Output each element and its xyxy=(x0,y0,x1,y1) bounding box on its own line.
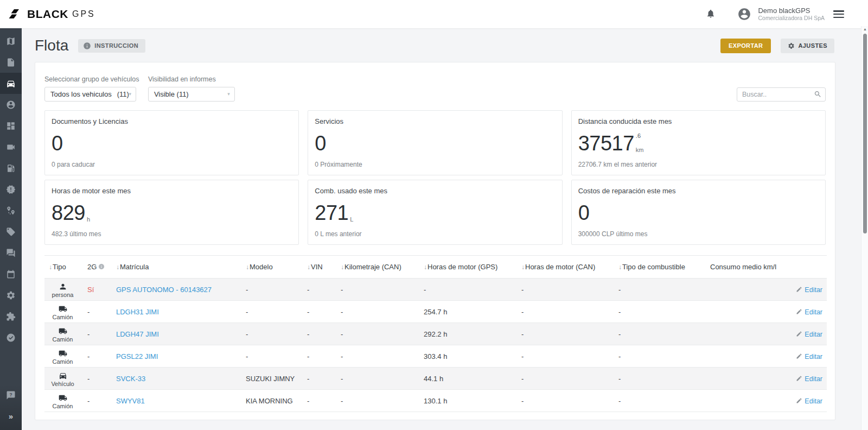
vehicle-plate-link[interactable]: GPS AUTONOMO - 60143627 xyxy=(116,286,212,294)
group-filter-label: Seleccionar grupo de vehículos xyxy=(44,75,139,83)
engine-hours-can-cell: - xyxy=(517,301,614,323)
stat-card: Costos de reparación este mes 0 300000 C… xyxy=(571,180,826,245)
column-header[interactable]: ↓Modelo xyxy=(241,256,303,279)
stat-card-subtitle: 22706.7 km el mes anterior xyxy=(578,161,819,169)
export-button[interactable]: EXPORTAR xyxy=(720,39,771,53)
column-header[interactable]: ↓Horas de motor (CAN) xyxy=(517,256,614,279)
sidebar-item[interactable] xyxy=(0,221,22,242)
sidebar-item[interactable] xyxy=(0,73,22,94)
user-avatar-icon[interactable] xyxy=(737,7,751,21)
svg-text:?: ? xyxy=(9,392,12,397)
sidebar-item[interactable] xyxy=(0,242,22,263)
sort-down-icon: ↓ xyxy=(521,263,525,271)
vehicle-plate-link[interactable]: LDGH47 JIMI xyxy=(116,330,159,338)
column-header[interactable]: ↓Kilometraje (CAN) xyxy=(336,256,419,279)
sidebar-item[interactable] xyxy=(0,327,22,348)
edit-link[interactable]: Editar xyxy=(805,397,822,405)
sidebar-expand-button[interactable]: » xyxy=(0,406,22,427)
map-icon xyxy=(6,36,16,46)
truck-icon xyxy=(58,349,68,358)
column-header[interactable]: ↓VIN xyxy=(303,256,336,279)
vehicle-plate-link[interactable]: SVCK-33 xyxy=(116,375,145,383)
engine-hours-can-cell: - xyxy=(517,345,614,368)
tag-icon xyxy=(6,227,16,237)
settings-button[interactable]: AJUSTES xyxy=(781,39,834,53)
g2-status: - xyxy=(87,397,90,405)
search-input[interactable] xyxy=(737,87,826,102)
sidebar-item[interactable] xyxy=(0,200,22,221)
stat-card-title: Comb. usado este mes xyxy=(315,187,555,195)
puzzle-icon xyxy=(6,312,16,321)
blackgps-logo-icon xyxy=(8,8,24,20)
engine-hours-gps-cell: 44.1 h xyxy=(419,368,517,390)
column-header[interactable]: ↓Consumo medio km/l xyxy=(706,256,776,279)
logo-text-gps: GPS xyxy=(72,9,95,19)
table-row[interactable]: Camión - LDGH47 JIMI - - - 292.2 h - - E… xyxy=(44,323,827,345)
table-row[interactable]: Vehículo - SVCK-33 SUZUKI JIMNY - - 44.1… xyxy=(44,368,827,390)
g2-status: - xyxy=(87,308,90,316)
pencil-icon xyxy=(796,331,802,337)
stat-cards: Documentos y Licencias 0 0 para caducar … xyxy=(44,110,826,245)
engine-hours-gps-cell: - xyxy=(419,279,517,301)
scrollbar-thumb[interactable] xyxy=(863,34,867,233)
odometer-cell: - xyxy=(336,390,419,412)
sidebar-item[interactable] xyxy=(0,115,22,136)
sidebar-item-help[interactable]: ? xyxy=(0,384,22,406)
sidebar-item[interactable] xyxy=(0,30,22,52)
table-row[interactable]: persona Sí GPS AUTONOMO - 60143627 - - -… xyxy=(44,279,827,301)
blackgps-logo[interactable]: BLACK GPS xyxy=(8,8,95,21)
vehicle-type-label: Camión xyxy=(44,336,81,343)
model-cell: - xyxy=(241,279,303,301)
column-header[interactable]: ↓Tipo de combustible xyxy=(614,256,706,279)
edit-link[interactable]: Editar xyxy=(805,308,822,316)
edit-link[interactable]: Editar xyxy=(805,375,822,383)
engine-hours-can-cell: - xyxy=(517,279,614,301)
sort-down-icon: ↓ xyxy=(246,263,249,271)
sidebar-item[interactable] xyxy=(0,306,22,327)
sidebar: NEW ? » xyxy=(0,28,22,430)
edit-link[interactable]: Editar xyxy=(805,353,822,361)
scroll-up-arrow-icon[interactable]: ▲ xyxy=(861,26,868,33)
help-bubble-icon: ? xyxy=(6,390,16,400)
table-row[interactable]: Camión - LDGH31 JIMI - - - 254.7 h - - E… xyxy=(44,301,827,323)
stat-card: Documentos y Licencias 0 0 para caducar xyxy=(44,110,299,175)
sort-down-icon: ↓ xyxy=(424,263,427,271)
edit-link[interactable]: Editar xyxy=(805,286,822,294)
visibility-dropdown[interactable]: Visible (11) ▾ xyxy=(148,87,235,102)
column-header[interactable]: ↓Matrícula xyxy=(112,256,241,279)
column-header[interactable]: ↓2G xyxy=(83,256,112,279)
stat-card-value: 0 xyxy=(52,132,63,154)
truck-icon xyxy=(58,394,68,402)
vehicle-plate-link[interactable]: PGSL22 JIMI xyxy=(116,352,158,361)
notifications-bell-icon[interactable] xyxy=(706,9,716,20)
vertical-scrollbar[interactable]: ▲ xyxy=(861,26,868,430)
sidebar-item[interactable] xyxy=(0,179,22,200)
pencil-icon xyxy=(796,375,802,382)
table-row[interactable]: Camión - SWYV81 KIA MORNING - - 130.1 h … xyxy=(44,390,827,412)
column-header[interactable]: ↓Tipo xyxy=(44,256,83,279)
column-header[interactable]: ↓Horas de motor (GPS) xyxy=(419,256,517,279)
instruction-button[interactable]: INSTRUCCION xyxy=(78,39,145,53)
odometer-cell: - xyxy=(336,345,419,368)
gear-icon xyxy=(788,42,795,49)
visibility-filter-label: Visibilidad en informes xyxy=(148,75,235,83)
vehicle-plate-link[interactable]: LDGH31 JIMI xyxy=(116,308,159,316)
route-icon xyxy=(6,206,16,216)
menu-icon[interactable] xyxy=(833,10,844,18)
sidebar-item[interactable] xyxy=(0,52,22,73)
user-menu[interactable]: Demo blackGPS Comercializadora DH SpA xyxy=(758,7,825,22)
vehicle-plate-link[interactable]: SWYV81 xyxy=(116,397,145,405)
sidebar-item[interactable] xyxy=(0,157,22,179)
table-row[interactable]: Camión - PGSL22 JIMI - - - 303.4 h - - E… xyxy=(44,345,827,368)
vehicle-group-dropdown[interactable]: Todos los vehiculos(11) ▾ xyxy=(44,87,136,102)
edit-link[interactable]: Editar xyxy=(805,331,822,338)
stat-card-unit: km xyxy=(636,147,644,153)
table-header-row: ↓Tipo ↓2G ↓Matrícula ↓Modelo ↓VIN ↓Kilom… xyxy=(44,256,827,279)
sidebar-item[interactable] xyxy=(0,284,22,306)
sidebar-item[interactable] xyxy=(0,94,22,115)
sort-down-icon: ↓ xyxy=(49,263,52,271)
odometer-cell: - xyxy=(336,279,419,301)
sidebar-item[interactable] xyxy=(0,136,22,157)
avg-consumption-cell xyxy=(706,279,776,301)
sidebar-item[interactable]: NEW xyxy=(0,263,22,284)
